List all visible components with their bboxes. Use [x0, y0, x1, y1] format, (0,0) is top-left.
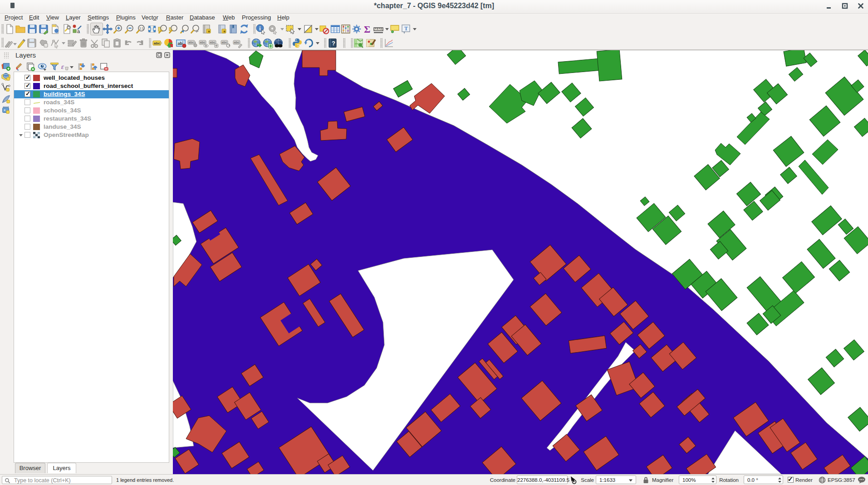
svg-text:ab: ab [178, 41, 183, 46]
svg-text:★: ★ [207, 29, 211, 34]
svg-text:abc: abc [210, 41, 216, 44]
svg-text:?: ? [332, 40, 335, 47]
svg-text:1:1: 1:1 [139, 27, 144, 30]
svg-text:ε: ε [61, 63, 64, 70]
svg-text:T: T [404, 25, 408, 32]
svg-text:abc: abc [234, 41, 240, 44]
svg-text:abc: abc [154, 41, 160, 45]
svg-text:abc: abc [200, 41, 206, 44]
svg-text:★: ★ [223, 29, 226, 34]
svg-text:abc: abc [222, 41, 227, 44]
svg-text:abc: abc [189, 41, 194, 44]
svg-text:Σ: Σ [364, 24, 370, 34]
